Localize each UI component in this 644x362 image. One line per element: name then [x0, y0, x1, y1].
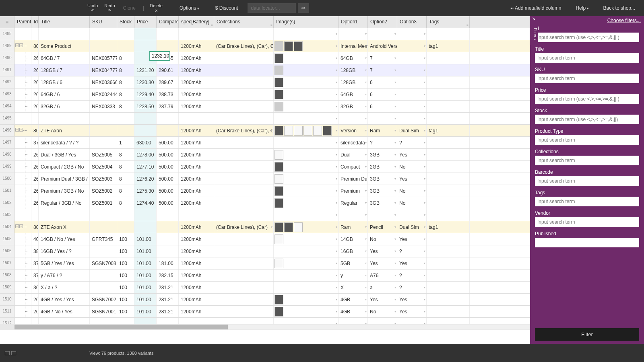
tree-cell[interactable]: [14, 28, 31, 40]
cell-compare[interactable]: 500.00: [157, 197, 179, 209]
cell-stock[interactable]: 8: [117, 64, 134, 76]
cell-images[interactable]: ▾: [274, 197, 339, 209]
tree-cell[interactable]: −▫: [14, 221, 31, 233]
dropdown-icon[interactable]: ▾: [336, 56, 337, 60]
tree-cell[interactable]: [14, 245, 31, 257]
cell-option2[interactable]: 2GB▾: [368, 161, 397, 173]
cell-title[interactable]: Regular / 3GB / No: [39, 197, 90, 209]
dropdown-icon[interactable]: ▾: [394, 56, 396, 60]
cell-compare[interactable]: [157, 233, 179, 245]
table-row[interactable]: 15063816GB / Yes / ?100101.001200mAh▾16G…: [0, 245, 530, 257]
table-row[interactable]: 149826Dual / 3GB / YesSOZ500581278.00500…: [0, 149, 530, 161]
cell-spec[interactable]: 1200mAh: [179, 161, 214, 173]
dropdown-icon[interactable]: ▾: [424, 189, 425, 193]
cell-price[interactable]: 1229.40: [134, 88, 157, 100]
cell-collections[interactable]: [214, 161, 274, 173]
cell-stock[interactable]: 8: [117, 76, 134, 88]
cell-tags[interactable]: [427, 76, 470, 88]
cell-collections[interactable]: [214, 294, 274, 305]
cell-stock[interactable]: 100: [117, 306, 134, 317]
cell-tags[interactable]: [427, 28, 470, 40]
cell-collections[interactable]: [214, 88, 274, 100]
dropdown-icon[interactable]: ▾: [424, 286, 425, 289]
cell-sku[interactable]: [90, 269, 117, 281]
row-number[interactable]: 1506: [0, 245, 14, 257]
col-option1[interactable]: Option1: [339, 16, 368, 28]
dropdown-icon[interactable]: ▾: [424, 213, 425, 217]
row-number[interactable]: 1512: [0, 318, 14, 324]
cell-option2[interactable]: 6▾: [368, 101, 397, 112]
cell-option2[interactable]: 7▾: [368, 64, 397, 76]
row-number[interactable]: 1490: [0, 52, 14, 64]
image-thumb[interactable]: [275, 66, 283, 75]
tree-cell[interactable]: [14, 282, 31, 293]
image-thumb[interactable]: [275, 41, 283, 51]
cell-option3[interactable]: ?▾: [397, 269, 427, 281]
dropdown-icon[interactable]: ▾: [394, 93, 396, 96]
dropdown-icon[interactable]: ▾: [336, 274, 337, 277]
dropdown-icon[interactable]: ▾: [424, 274, 425, 277]
table-row[interactable]: 1504−▫80!ZTE Axon X1200mAh(Car Brake Lin…: [0, 221, 530, 233]
cell-tags[interactable]: [427, 137, 470, 148]
cell-title[interactable]: [39, 28, 90, 40]
image-thumb[interactable]: [313, 126, 322, 136]
cell-sku[interactable]: [90, 113, 117, 124]
cell-images[interactable]: ▾: [274, 282, 339, 293]
cell-option2[interactable]: Android Vers▾: [368, 40, 397, 52]
cell-collections[interactable]: [214, 306, 274, 317]
cell-spec[interactable]: 1200mAh: [179, 245, 214, 257]
tree-cell[interactable]: [14, 269, 31, 281]
table-row[interactable]: 149737!silencedata / ? / ?1630.00500.001…: [0, 137, 530, 149]
cell-tags[interactable]: [427, 197, 470, 209]
row-number[interactable]: 1501: [0, 185, 14, 197]
cell-sku[interactable]: NEX003666: [90, 76, 117, 88]
cell-stock[interactable]: 8: [117, 161, 134, 173]
image-thumb[interactable]: [323, 126, 332, 136]
cell-option3[interactable]: ▾: [397, 76, 427, 88]
cell-tags[interactable]: [427, 233, 470, 245]
col-option2[interactable]: Option2: [368, 16, 397, 28]
cell-stock[interactable]: [117, 221, 134, 233]
cell-sku[interactable]: SGSN7003: [90, 257, 117, 269]
dropdown-icon[interactable]: ▾: [424, 56, 425, 60]
dropdown-icon[interactable]: ▾: [424, 249, 425, 253]
cell-price[interactable]: 1277.10: [134, 161, 157, 173]
table-row[interactable]: 14942632GB / 6NEX0033381228.50287.791200…: [0, 101, 530, 113]
cell-stock[interactable]: 100: [117, 245, 134, 257]
cell-title[interactable]: silencedata / ? / ?: [39, 137, 90, 148]
cell-id[interactable]: [31, 209, 39, 221]
cell-stock[interactable]: [117, 113, 134, 124]
tree-cell[interactable]: [14, 318, 31, 324]
cell-images[interactable]: ▾: [274, 221, 339, 233]
cell-images[interactable]: ▾: [274, 245, 339, 257]
cell-price[interactable]: 101.00: [134, 282, 157, 293]
cell-sku[interactable]: [90, 318, 117, 324]
cell-images[interactable]: ▾: [274, 149, 339, 160]
dropdown-icon[interactable]: ▾: [424, 141, 425, 144]
table-row[interactable]: 14902664GB / 7NEX0057778291.551200mAh▾64…: [0, 52, 530, 64]
row-number[interactable]: 1509: [0, 282, 14, 293]
cell-option2[interactable]: A76▾: [368, 269, 397, 281]
cell-option3[interactable]: Yes▾: [397, 306, 427, 317]
table-row[interactable]: 1495▾▾▾▾: [0, 113, 530, 125]
cell-images[interactable]: ▾: [274, 52, 339, 64]
dropdown-icon[interactable]: ▾: [336, 80, 337, 84]
table-row[interactable]: 1507375GB / Yes / YesSGSN7003100101.0018…: [0, 257, 530, 269]
dropdown-icon[interactable]: ▾: [424, 129, 425, 132]
cell-option2[interactable]: Ram▾: [368, 125, 397, 136]
cell-spec[interactable]: 1200mAh: [179, 185, 214, 197]
dropdown-icon[interactable]: ▾: [365, 32, 367, 36]
cell-sku[interactable]: [90, 209, 117, 221]
cell-tags[interactable]: [427, 318, 470, 324]
tree-cell[interactable]: −▫: [14, 40, 31, 52]
locator-go-button[interactable]: ⇨: [298, 3, 309, 13]
cell-compare[interactable]: 281.21: [157, 294, 179, 305]
row-number[interactable]: 1504: [0, 221, 14, 233]
dropdown-icon[interactable]: ▾: [394, 201, 396, 205]
col-parent[interactable]: Parent: [14, 16, 31, 28]
cell-price[interactable]: [134, 209, 157, 221]
cell-price[interactable]: 1276.20: [134, 173, 157, 185]
cell-option3[interactable]: ▾: [397, 64, 427, 76]
image-thumb[interactable]: [275, 307, 283, 317]
cell-option1[interactable]: 32GB▾: [339, 101, 368, 112]
